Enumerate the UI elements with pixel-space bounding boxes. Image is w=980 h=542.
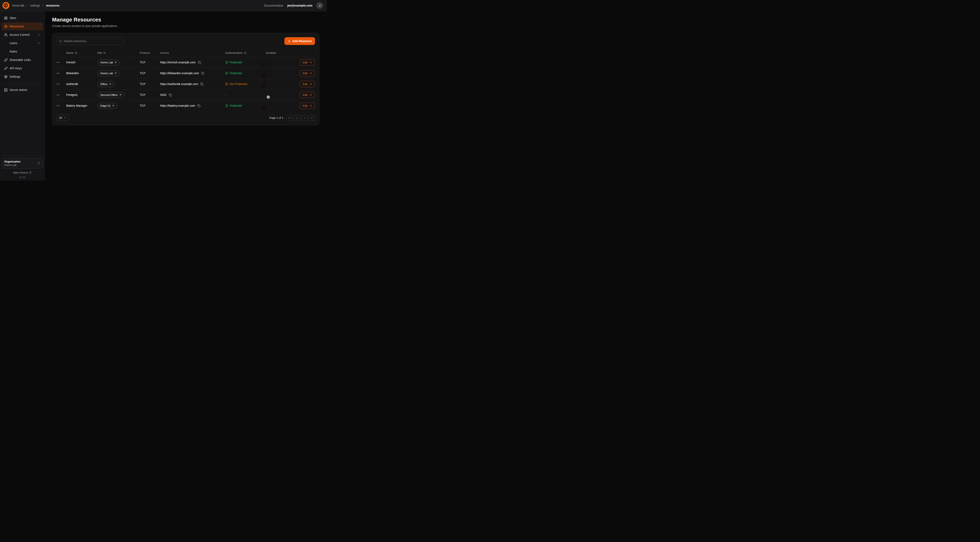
waypoints-icon bbox=[4, 25, 8, 28]
table-row: Postgres Second Office TCP 5432 - bbox=[56, 89, 315, 100]
site-link[interactable]: Home Lab bbox=[97, 59, 120, 65]
sidebar-item-roles[interactable]: Roles bbox=[2, 48, 43, 56]
column-header-enabled: Enabled bbox=[266, 51, 294, 54]
resource-access-url: https://immich.example.com bbox=[160, 61, 196, 64]
sidebar-item-label: Access Control bbox=[10, 33, 30, 37]
resource-protocol: TCP bbox=[140, 93, 160, 96]
gear-icon bbox=[4, 75, 8, 78]
edit-button[interactable]: Edit bbox=[300, 103, 315, 109]
pagination: 20 Page 1 of 1 bbox=[56, 115, 315, 121]
sidebar-item-sites[interactable]: Sites bbox=[2, 14, 43, 22]
add-resource-label: Add Resource bbox=[292, 40, 312, 43]
ellipsis-icon bbox=[56, 93, 60, 97]
authentication-label: Protected bbox=[230, 61, 242, 64]
app-version: v1.3.0 bbox=[2, 176, 43, 179]
user-email[interactable]: joe@example.com bbox=[287, 4, 312, 7]
site-link[interactable]: Edge 01 bbox=[97, 103, 118, 109]
documentation-link[interactable]: Documentation bbox=[264, 4, 283, 7]
search-input[interactable] bbox=[64, 40, 122, 43]
sidebar-item-label: Roles bbox=[10, 50, 17, 53]
app-logo-icon[interactable] bbox=[2, 2, 10, 9]
site-link[interactable]: Office bbox=[97, 81, 115, 87]
topbar: home-lab settings resources Documentatio… bbox=[0, 0, 327, 11]
last-page-button[interactable] bbox=[309, 115, 315, 121]
chevrons-up-down-icon bbox=[37, 162, 40, 165]
row-menu-button[interactable] bbox=[56, 72, 60, 75]
site-link[interactable]: Home Lab bbox=[97, 70, 120, 77]
authentication-status: - bbox=[225, 93, 266, 96]
resource-name: Authentik bbox=[66, 82, 97, 86]
table-row: Bitwarden Home Lab TCP https://bitwarden… bbox=[56, 68, 315, 78]
column-header-site[interactable]: Site bbox=[97, 51, 140, 54]
sidebar: Sites Resources Access Control Users bbox=[0, 11, 45, 181]
resource-access-url: https://authentik.example.com bbox=[160, 82, 198, 86]
edit-button[interactable]: Edit bbox=[300, 59, 315, 65]
authentication-label: Protected bbox=[230, 104, 242, 107]
shield-check-icon bbox=[225, 72, 228, 75]
open-source-link[interactable]: Open Source bbox=[2, 171, 43, 174]
shield-check-icon bbox=[225, 104, 228, 107]
copy-button[interactable] bbox=[201, 71, 205, 75]
edit-button[interactable]: Edit bbox=[300, 92, 315, 98]
sidebar-item-settings[interactable]: Settings bbox=[2, 73, 43, 81]
resource-protocol: TCP bbox=[140, 82, 160, 86]
shield-check-icon bbox=[225, 61, 228, 64]
authentication-status: Not Protected bbox=[225, 82, 266, 86]
sort-icon bbox=[244, 51, 247, 54]
sidebar-item-users[interactable]: Users bbox=[2, 39, 43, 47]
toggle-thumb bbox=[262, 106, 266, 110]
next-page-button[interactable] bbox=[301, 115, 307, 121]
site-name: Home Lab bbox=[100, 61, 113, 64]
edit-button[interactable]: Edit bbox=[300, 70, 315, 77]
toggle-thumb bbox=[262, 84, 266, 88]
arrow-up-right-icon bbox=[115, 72, 117, 74]
sidebar-item-resources[interactable]: Resources bbox=[2, 22, 43, 30]
edit-label: Edit bbox=[303, 93, 307, 96]
sidebar-item-label: Sites bbox=[10, 16, 16, 20]
row-menu-button[interactable] bbox=[56, 104, 60, 107]
sidebar-item-label: API Keys bbox=[10, 67, 22, 70]
resource-access-url: 5432 bbox=[160, 93, 167, 96]
sidebar-item-api-keys[interactable]: API Keys bbox=[2, 64, 43, 72]
row-menu-button[interactable] bbox=[56, 93, 60, 97]
copy-icon bbox=[201, 72, 204, 75]
copy-icon bbox=[169, 93, 172, 96]
resources-card: Add Resource Name Site bbox=[52, 33, 319, 125]
resource-protocol: TCP bbox=[140, 104, 160, 107]
sidebar-item-server-admin[interactable]: Server Admin bbox=[2, 86, 43, 94]
chevron-right-icon bbox=[37, 42, 40, 45]
row-menu-button[interactable] bbox=[56, 61, 60, 64]
resource-name: Immich bbox=[66, 61, 97, 64]
edit-label: Edit bbox=[303, 72, 307, 75]
site-link[interactable]: Second Office bbox=[97, 92, 125, 98]
chevron-down-icon bbox=[64, 116, 67, 119]
first-page-button[interactable] bbox=[286, 115, 292, 121]
page-size-select[interactable]: 20 bbox=[56, 115, 69, 121]
breadcrumb-resources[interactable]: resources bbox=[46, 4, 60, 7]
breadcrumb-settings[interactable]: settings bbox=[30, 4, 40, 7]
sidebar-item-access-control[interactable]: Access Control bbox=[2, 31, 43, 38]
copy-button[interactable] bbox=[168, 93, 172, 97]
copy-button[interactable] bbox=[197, 61, 201, 64]
organization-selector[interactable]: Organization Home Lab bbox=[2, 158, 43, 168]
avatar[interactable]: J bbox=[317, 2, 323, 9]
sidebar-item-shareable-links[interactable]: Shareable Links bbox=[2, 56, 43, 64]
arrow-right-icon bbox=[309, 104, 312, 107]
chevron-right-icon bbox=[42, 4, 45, 7]
row-menu-button[interactable] bbox=[56, 82, 60, 86]
arrow-up-right-icon bbox=[112, 104, 115, 107]
column-header-name[interactable]: Name bbox=[66, 51, 97, 54]
breadcrumb-home-lab[interactable]: home-lab bbox=[12, 4, 24, 7]
column-header-authentication[interactable]: Authentication bbox=[225, 51, 266, 54]
copy-button[interactable] bbox=[197, 104, 201, 108]
edit-button[interactable]: Edit bbox=[300, 81, 315, 87]
link-icon bbox=[4, 58, 8, 62]
arrow-up-right-icon bbox=[115, 61, 117, 64]
copy-icon bbox=[197, 104, 200, 107]
sidebar-item-label: Shareable Links bbox=[10, 58, 31, 62]
site-name: Second Office bbox=[100, 93, 118, 96]
add-resource-button[interactable]: Add Resource bbox=[285, 37, 315, 45]
previous-page-button[interactable] bbox=[294, 115, 300, 121]
copy-button[interactable] bbox=[200, 82, 204, 86]
arrow-right-icon bbox=[309, 83, 312, 85]
